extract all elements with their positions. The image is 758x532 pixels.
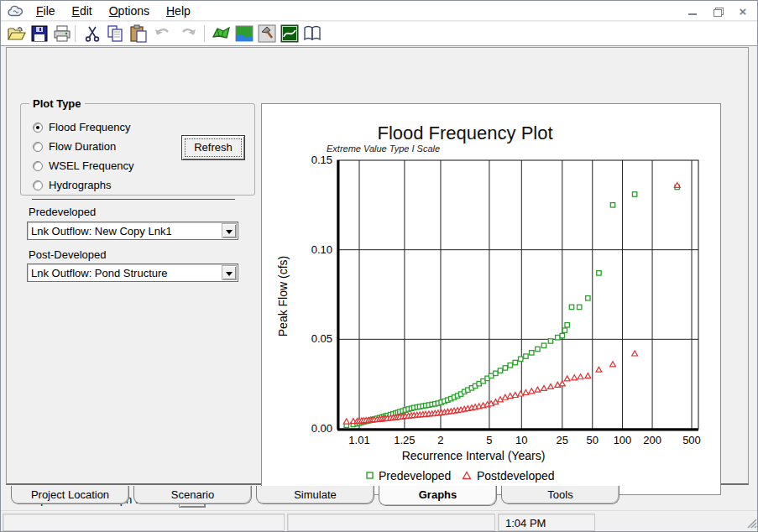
- menu-file[interactable]: File: [28, 1, 64, 21]
- open-file-icon[interactable]: [6, 23, 28, 44]
- radio-icon[interactable]: [33, 161, 43, 171]
- postdeveloped-point: [674, 182, 680, 187]
- predeveloped-point: [560, 333, 564, 337]
- predeveloped-point: [536, 347, 540, 351]
- chevron-down-icon[interactable]: [222, 223, 237, 238]
- plot-type-option-hydrographs[interactable]: Hydrographs: [33, 179, 111, 191]
- postdeveloped-point: [529, 389, 535, 394]
- radio-label: Hydrographs: [49, 179, 111, 191]
- tools-icon[interactable]: [256, 23, 278, 44]
- radio-icon[interactable]: [33, 123, 43, 133]
- close-button[interactable]: ×: [734, 3, 752, 18]
- separator-line: [32, 199, 235, 200]
- radio-icon[interactable]: [33, 180, 43, 190]
- predeveloped-point: [541, 343, 546, 347]
- radio-label: Flood Frequency: [49, 121, 131, 133]
- postdeveloped-point: [541, 385, 547, 390]
- x-tick-label: 100: [614, 434, 632, 446]
- predeveloped-point: [632, 192, 636, 196]
- postdeveloped-point: [578, 374, 583, 379]
- graph-icon[interactable]: [279, 23, 301, 44]
- save-icon[interactable]: [29, 23, 50, 44]
- postdeveloped-point: [632, 351, 638, 356]
- postdeveloped-point: [610, 362, 616, 367]
- menu-options[interactable]: Options: [101, 1, 158, 21]
- bottom-tab-strip: Project LocationScenarioSimulateGraphsTo…: [1, 486, 758, 507]
- cloud-logo-icon: [7, 4, 25, 18]
- application-window: FileEditOptionsHelp × Plot Type Flood Fr…: [0, 0, 758, 532]
- predeveloped-point: [503, 366, 507, 370]
- plot-frame: [337, 160, 698, 429]
- toolbar: [1, 22, 757, 46]
- window-controls: ×: [683, 3, 752, 18]
- menu-help[interactable]: Help: [158, 1, 199, 21]
- status-clock: 1:04 PM: [498, 514, 595, 531]
- status-panel-1: [3, 514, 285, 531]
- tab-scenario[interactable]: Scenario: [133, 486, 252, 504]
- predeveloped-point: [586, 296, 590, 300]
- landscape-icon[interactable]: [233, 23, 255, 44]
- x-tick-label: 1.25: [394, 434, 415, 446]
- refresh-button[interactable]: Refresh: [181, 135, 245, 160]
- copy-icon[interactable]: [104, 23, 126, 44]
- legend-predeveloped-label: Predeveloped: [379, 469, 451, 482]
- predeveloped-point: [530, 351, 534, 355]
- predeveloped-point: [508, 363, 512, 368]
- plot-type-option-flood-frequency[interactable]: Flood Frequency: [33, 121, 131, 133]
- predeveloped-point: [577, 305, 581, 309]
- menu-items: FileEditOptionsHelp: [28, 1, 199, 21]
- flood-frequency-chart[interactable]: Flood Frequency PlotExtreme Value Type I…: [261, 103, 721, 495]
- predeveloped-point: [556, 336, 560, 340]
- y-tick-label: 0.05: [311, 332, 332, 345]
- predeveloped-point: [494, 371, 498, 375]
- radio-label: Flow Duration: [49, 140, 116, 153]
- tab-simulate[interactable]: Simulate: [256, 486, 374, 504]
- cut-icon[interactable]: [81, 23, 103, 44]
- postdeveloped-point: [585, 373, 591, 378]
- toolbar-separator: [204, 25, 205, 42]
- x-tick-label: 200: [643, 434, 661, 446]
- radio-icon[interactable]: [33, 142, 43, 152]
- toolbar-separator: [75, 25, 76, 42]
- tab-graphs[interactable]: Graphs: [379, 486, 497, 506]
- x-tick-label: 50: [587, 434, 599, 446]
- predeveloped-point: [548, 339, 552, 343]
- plot-type-option-flow-duration[interactable]: Flow Duration: [33, 140, 116, 153]
- paste-icon[interactable]: [128, 23, 149, 44]
- predeveloped-point: [610, 203, 614, 207]
- postdeveloped-point: [523, 390, 529, 395]
- map-icon[interactable]: [211, 23, 233, 44]
- x-tick-label: 5: [486, 434, 492, 446]
- y-axis-title: Peak Flow (cfs): [276, 256, 290, 336]
- print-icon[interactable]: [51, 23, 73, 44]
- menu-bar: FileEditOptionsHelp ×: [1, 1, 757, 21]
- undo-icon: [152, 23, 174, 44]
- redo-icon: [177, 23, 199, 44]
- x-tick-label: 500: [682, 434, 701, 446]
- predeveloped-combobox[interactable]: Lnk Outflow: New Copy Lnk1: [27, 222, 238, 240]
- plot-type-option-wsel-frequency[interactable]: WSEL Frequency: [33, 159, 133, 172]
- x-tick-label: 10: [515, 434, 527, 446]
- y-tick-label: 0.10: [311, 243, 332, 256]
- postdeveloped-point: [564, 376, 570, 381]
- tab-tools[interactable]: Tools: [501, 486, 619, 504]
- tab-project-location[interactable]: Project Location: [11, 486, 129, 504]
- menu-edit[interactable]: Edit: [64, 1, 101, 21]
- postdeveloped-point: [548, 383, 554, 389]
- x-tick-label: 2: [437, 434, 443, 446]
- minimize-button[interactable]: [683, 3, 702, 18]
- help-book-icon[interactable]: [301, 23, 323, 44]
- predeveloped-combobox-value: Lnk Outflow: New Copy Lnk1: [31, 225, 172, 237]
- postdeveloped-combobox[interactable]: Lnk Outflow: Pond Structure: [27, 263, 238, 282]
- postdeveloped-combobox-value: Lnk Outflow: Pond Structure: [31, 267, 168, 279]
- chart-svg[interactable]: Flood Frequency PlotExtreme Value Type I…: [262, 104, 722, 496]
- predeveloped-point: [513, 360, 517, 364]
- postdeveloped-label: Post-Developed: [29, 248, 107, 261]
- y-tick-label: 0.00: [311, 422, 332, 435]
- postdeveloped-point: [343, 419, 349, 424]
- resize-grip[interactable]: [746, 518, 757, 531]
- chevron-down-icon[interactable]: [222, 265, 237, 280]
- restore-button[interactable]: [708, 3, 727, 18]
- chart-title: Flood Frequency Plot: [377, 123, 552, 143]
- postdeveloped-point: [572, 375, 578, 380]
